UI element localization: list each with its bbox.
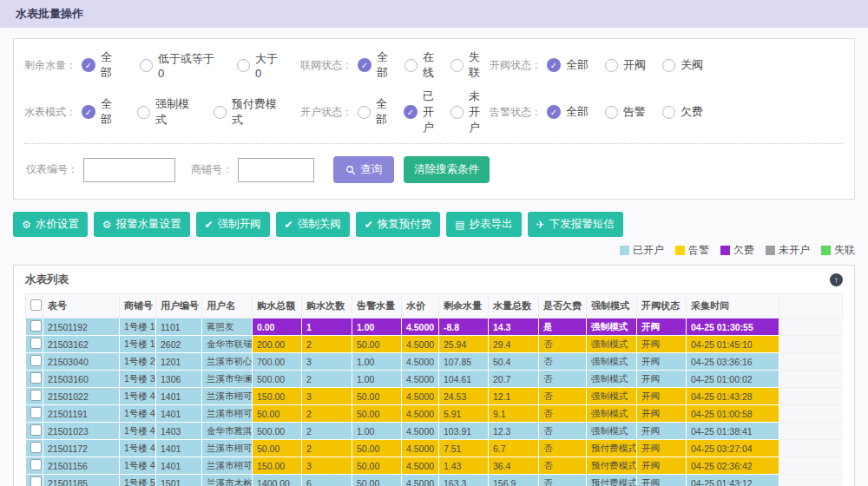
row-checkbox[interactable] xyxy=(30,338,42,349)
row-checkbox[interactable] xyxy=(30,407,42,418)
action-button-label: 恢复预付费 xyxy=(378,217,432,232)
row-checkbox-cell xyxy=(26,423,43,440)
filter-group: 告警状态：全部告警欠费 xyxy=(490,104,720,120)
radio-option-大于0[interactable]: 大于0 xyxy=(237,51,284,80)
cell-force_mode: 预付费模式 xyxy=(587,457,637,475)
cell-shop_no: 1号楼 104 xyxy=(120,336,156,353)
radio-option-全部[interactable]: 全部 xyxy=(82,49,123,81)
legend-swatch-icon xyxy=(675,246,685,255)
cell-force_mode: 强制模式 xyxy=(587,388,637,405)
table-row: 215031621号楼 1042602金华市联瑞工贸200.00250.004.… xyxy=(26,336,843,353)
row-checkbox-cell xyxy=(26,405,43,423)
radio-option-全部[interactable]: 全部 xyxy=(358,96,387,128)
radio-option-在线[interactable]: 在线 xyxy=(404,49,434,81)
cell-purchase_amount: 0.00 xyxy=(253,319,302,336)
cell-filler xyxy=(779,388,843,405)
radio-option-失联[interactable]: 失联 xyxy=(450,49,480,81)
radio-option-未开户[interactable]: 未开户 xyxy=(450,89,480,135)
radio-option-全部[interactable]: 全部 xyxy=(82,96,121,128)
cell-force_mode: 强制模式 xyxy=(587,336,637,353)
cell-user_name: 兰溪市栩可制衣 xyxy=(202,440,253,457)
clear-search-button[interactable]: 清除搜索条件 xyxy=(404,156,490,183)
row-checkbox[interactable] xyxy=(30,355,42,366)
radio-option-label: 失联 xyxy=(469,49,480,81)
radio-checked-icon[interactable] xyxy=(547,58,561,72)
action-button-恢复预付费[interactable]: ✔恢复预付费 xyxy=(356,212,441,237)
cell-shop_no: 1号楼 403 xyxy=(120,423,156,440)
page-title: 水表批量操作 xyxy=(0,0,868,28)
radio-unchecked-icon[interactable] xyxy=(605,106,618,119)
radio-option-关阀[interactable]: 关阀 xyxy=(662,57,703,73)
row-checkbox[interactable] xyxy=(30,390,42,401)
cell-meter_no: 21503040 xyxy=(43,353,120,371)
action-button-强制关阀[interactable]: ✔强制关阀 xyxy=(276,212,350,237)
file-icon: ▤ xyxy=(455,220,464,230)
action-button-水价设置[interactable]: ⚙水价设置 xyxy=(13,212,88,237)
scroll-top-icon[interactable]: ↑ xyxy=(830,273,843,286)
meter-no-input[interactable] xyxy=(83,158,175,182)
radio-unchecked-icon[interactable] xyxy=(358,106,371,119)
cell-alarm_volume: 50.00 xyxy=(352,405,402,423)
radio-unchecked-icon[interactable] xyxy=(137,106,150,119)
radio-option-欠费[interactable]: 欠费 xyxy=(662,104,703,120)
row-checkbox[interactable] xyxy=(30,372,42,384)
radio-option-开阀[interactable]: 开阀 xyxy=(605,57,646,73)
radio-checked-icon[interactable] xyxy=(547,105,561,119)
row-checkbox[interactable] xyxy=(30,424,42,436)
radio-unchecked-icon[interactable] xyxy=(662,106,675,119)
radio-option-全部[interactable]: 全部 xyxy=(358,49,388,81)
table-row: 215011911号楼 4021401兰溪市栩可制衣50.00250.004.5… xyxy=(26,405,843,423)
radio-option-label: 关阀 xyxy=(681,57,703,73)
table-row: 215011921号楼 1011101蒋照友0.0011.004.5000-8.… xyxy=(26,319,843,336)
cell-force_mode: 强制模式 xyxy=(587,353,637,371)
radio-checked-icon[interactable] xyxy=(82,58,95,72)
filter-row: 剩余水量：全部低于或等于0大于0联网状态：全部在线失联开阀状态：全部开阀关阀 xyxy=(24,49,844,81)
query-button[interactable]: 查询 xyxy=(333,156,394,183)
select-all-checkbox[interactable] xyxy=(30,299,42,311)
filter-group-label: 联网状态： xyxy=(300,58,352,73)
radio-unchecked-icon[interactable] xyxy=(450,59,464,72)
send-icon: ✈ xyxy=(536,220,545,230)
radio-option-预付费模式[interactable]: 预付费模式 xyxy=(214,96,284,128)
cell-purchase_amount: 50.00 xyxy=(253,440,302,457)
radio-option-全部[interactable]: 全部 xyxy=(547,57,589,73)
radio-option-label: 大于0 xyxy=(255,51,284,80)
radio-option-已开户[interactable]: 已开户 xyxy=(404,89,434,135)
radio-checked-icon[interactable] xyxy=(358,58,372,72)
radio-unchecked-icon[interactable] xyxy=(237,59,250,72)
shop-no-input[interactable] xyxy=(238,158,314,182)
row-checkbox[interactable] xyxy=(30,459,42,470)
cell-is_owing: 否 xyxy=(539,388,587,405)
radio-unchecked-icon[interactable] xyxy=(662,59,675,72)
radio-option-全部[interactable]: 全部 xyxy=(547,104,589,120)
action-button-报警水量设置[interactable]: ⚙报警水量设置 xyxy=(94,212,190,237)
radio-option-label: 预付费模式 xyxy=(232,96,284,128)
check-icon: ✔ xyxy=(285,220,293,230)
cell-total_volume: 12.3 xyxy=(489,423,539,440)
cell-purchase_amount: 1400.00 xyxy=(253,475,302,486)
action-button-抄表导出[interactable]: ▤抄表导出 xyxy=(446,212,521,237)
cell-filler xyxy=(779,475,843,486)
radio-option-低于或等于0[interactable]: 低于或等于0 xyxy=(140,51,220,80)
radio-option-告警[interactable]: 告警 xyxy=(605,104,646,120)
cell-alarm_volume: 50.00 xyxy=(352,475,402,486)
table-header-row: 表号商铺号用户编号用户名购水总额购水次数告警水量水价剩余水量水量总数是否欠费强制… xyxy=(26,294,843,319)
cell-shop_no: 1号楼 306 xyxy=(120,371,156,388)
action-button-下发报警短信[interactable]: ✈下发报警短信 xyxy=(528,212,623,237)
radio-unchecked-icon[interactable] xyxy=(450,106,464,119)
radio-unchecked-icon[interactable] xyxy=(214,106,227,119)
cell-user_no: 1401 xyxy=(156,405,202,423)
row-checkbox[interactable] xyxy=(30,442,42,453)
filter-group: 开户状态：全部已开户未开户 xyxy=(300,89,490,135)
cell-meter_no: 21503162 xyxy=(43,336,120,353)
radio-unchecked-icon[interactable] xyxy=(140,59,153,72)
action-button-强制开阀[interactable]: ✔强制开阀 xyxy=(196,212,270,237)
radio-checked-icon[interactable] xyxy=(404,105,418,119)
row-checkbox[interactable] xyxy=(30,476,42,486)
radio-option-强制模式[interactable]: 强制模式 xyxy=(137,96,197,128)
radio-unchecked-icon[interactable] xyxy=(404,59,418,72)
row-checkbox[interactable] xyxy=(30,320,42,332)
radio-checked-icon[interactable] xyxy=(82,105,95,119)
radio-unchecked-icon[interactable] xyxy=(605,59,618,72)
meter-no-label: 仪表编号： xyxy=(26,162,78,177)
